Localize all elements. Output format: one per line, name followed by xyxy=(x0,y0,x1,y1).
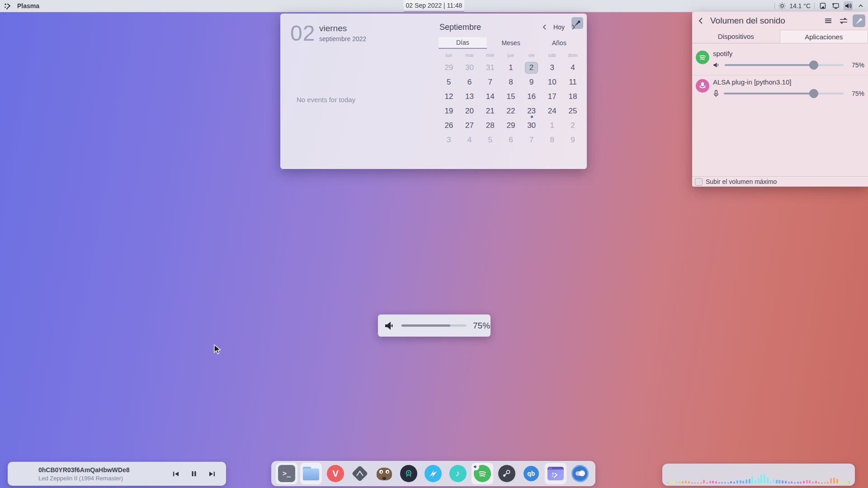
visualizer-bar xyxy=(688,481,690,483)
media-track-subtitle: Led Zeppelin II (1994 Remaster) xyxy=(38,475,172,482)
slider-handle[interactable] xyxy=(809,61,818,70)
calendar-day-3[interactable]: 3 xyxy=(542,61,562,75)
calendar-day-29[interactable]: 29 xyxy=(500,118,521,133)
calendar-day-30[interactable]: 30 xyxy=(521,118,542,133)
calendar-day-16[interactable]: 16 xyxy=(521,89,542,104)
hamburger-menu-icon[interactable] xyxy=(822,14,835,27)
calendar-day-31[interactable]: 31 xyxy=(480,61,500,75)
calendar-week-row: 3456789 xyxy=(439,133,583,147)
calendar-day-20[interactable]: 20 xyxy=(459,104,480,118)
dock-item-plasma-window[interactable] xyxy=(545,463,566,484)
visualizer-bar xyxy=(733,482,735,483)
calendar-day-15[interactable]: 15 xyxy=(500,89,521,104)
visualizer-bar xyxy=(694,483,696,483)
mixer-settings-icon[interactable] xyxy=(837,14,850,27)
calendar-day-19[interactable]: 19 xyxy=(439,104,459,118)
calendar-day-27[interactable]: 27 xyxy=(459,118,480,133)
calendar-day-5[interactable]: 5 xyxy=(439,75,459,89)
back-chevron-icon[interactable] xyxy=(698,17,704,24)
calendar-day-29[interactable]: 29 xyxy=(439,61,459,75)
dock-item-inkscape[interactable] xyxy=(349,463,371,484)
calendar-day-22[interactable]: 22 xyxy=(500,104,521,118)
chevron-left-icon[interactable] xyxy=(542,24,547,30)
speaker-mute-icon[interactable] xyxy=(713,61,720,69)
calendar-day-14[interactable]: 14 xyxy=(480,89,500,104)
calendar-day-17[interactable]: 17 xyxy=(542,89,562,104)
dock-item-gitkraken[interactable] xyxy=(398,463,420,484)
calendar-day-12[interactable]: 12 xyxy=(439,89,459,104)
calendar-day-2[interactable]: 2 xyxy=(562,118,583,133)
visualizer-bar xyxy=(803,481,805,483)
dock-item-music-player[interactable]: ♪ xyxy=(447,463,469,484)
today-button[interactable]: Hoy xyxy=(553,23,565,31)
calendar-day-1[interactable]: 1 xyxy=(500,61,521,75)
calendar-day-8[interactable]: 8 xyxy=(500,75,521,89)
calendar-day-21[interactable]: 21 xyxy=(480,104,500,118)
weather-sun-icon[interactable] xyxy=(778,2,786,9)
calendar-day-1[interactable]: 1 xyxy=(542,118,562,133)
volume-slider[interactable] xyxy=(725,59,844,71)
pause-button[interactable] xyxy=(190,470,198,478)
dock-item-spotify[interactable] xyxy=(472,463,493,484)
visualizer-bar xyxy=(742,481,744,483)
calendar-day-7[interactable]: 7 xyxy=(521,133,542,147)
clipboard-icon[interactable] xyxy=(818,1,827,10)
dock-item-qbittorrent[interactable]: qb xyxy=(520,463,542,484)
spotify-icon xyxy=(474,465,491,482)
calendar-day-28[interactable]: 28 xyxy=(480,118,500,133)
calendar-day-9[interactable]: 9 xyxy=(562,133,583,147)
system-tray: 14.1 °C xyxy=(774,0,868,12)
calendar-day-25[interactable]: 25 xyxy=(562,104,583,118)
calendar-day-4[interactable]: 4 xyxy=(562,61,583,75)
visualizer-bar xyxy=(764,474,765,483)
dock-item-toggles[interactable] xyxy=(569,463,591,484)
osd-volume-percent: 75% xyxy=(473,321,490,331)
volume-speaker-icon[interactable] xyxy=(844,1,853,10)
calendar-day-30[interactable]: 30 xyxy=(459,61,480,75)
calendar-tab-días[interactable]: Días xyxy=(439,37,487,49)
visualizer-bar xyxy=(703,480,705,483)
microphone-mute-icon[interactable] xyxy=(713,90,719,98)
dock-item-konsole[interactable]: >_ xyxy=(276,463,297,484)
calendar-day-9[interactable]: 9 xyxy=(521,75,542,89)
calendar-day-7[interactable]: 7 xyxy=(480,75,500,89)
dock-item-dolphin[interactable] xyxy=(300,463,322,484)
calendar-day-10[interactable]: 10 xyxy=(542,75,562,89)
calendar-day-23[interactable]: 23 xyxy=(521,104,542,118)
calendar-day-number: 02 xyxy=(290,21,315,46)
previous-track-button[interactable] xyxy=(172,470,180,478)
calendar-day-13[interactable]: 13 xyxy=(459,89,480,104)
volume-slider[interactable] xyxy=(724,87,844,100)
dock-item-falkon[interactable] xyxy=(422,463,444,484)
calendar-day-5[interactable]: 5 xyxy=(480,133,500,147)
next-track-button[interactable] xyxy=(208,470,216,478)
calendar-day-8[interactable]: 8 xyxy=(542,133,562,147)
calendar-day-11[interactable]: 11 xyxy=(562,75,583,89)
pin-icon[interactable] xyxy=(853,14,865,27)
chevron-up-icon[interactable] xyxy=(856,1,865,10)
calendar-day-24[interactable]: 24 xyxy=(542,104,562,118)
dock-item-gimp[interactable] xyxy=(373,463,395,484)
calendar-day-26[interactable]: 26 xyxy=(439,118,459,133)
media-track-info: 0hCB0YR03f6AmQaHbwWDe8 Led Zeppelin II (… xyxy=(38,466,172,482)
dock-item-steam[interactable] xyxy=(496,463,518,484)
calendar-tab-años[interactable]: Años xyxy=(535,37,583,49)
volume-tab-dispositivos[interactable]: Dispositivos xyxy=(692,30,780,43)
slider-handle[interactable] xyxy=(809,89,818,98)
calendar-day-3[interactable]: 3 xyxy=(439,133,459,147)
digital-clock[interactable]: 02 Sep 2022 | 11:48 xyxy=(404,0,464,12)
calendar-day-2-selected[interactable]: 2 xyxy=(521,61,542,75)
raise-max-volume-checkbox[interactable] xyxy=(695,178,703,186)
calendar-day-6[interactable]: 6 xyxy=(459,75,480,89)
calendar-tab-meses[interactable]: Meses xyxy=(487,37,535,49)
weather-temperature[interactable]: 14.1 °C xyxy=(789,2,811,9)
visualizer-bar xyxy=(691,483,693,483)
calendar-day-6[interactable]: 6 xyxy=(500,133,521,147)
chevron-right-icon[interactable] xyxy=(571,24,576,30)
calendar-day-4[interactable]: 4 xyxy=(459,133,480,147)
display-settings-icon[interactable] xyxy=(831,1,840,10)
calendar-day-18[interactable]: 18 xyxy=(562,89,583,104)
dock-item-vivaldi[interactable]: V xyxy=(325,463,346,484)
volume-tab-aplicaciones[interactable]: Aplicaciones xyxy=(780,30,868,43)
tray-separator xyxy=(774,3,775,9)
